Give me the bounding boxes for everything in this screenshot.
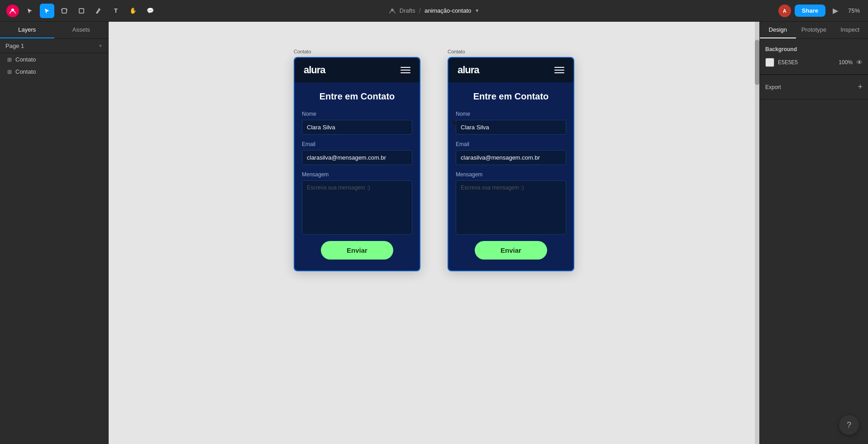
help-button[interactable]: ? <box>839 415 859 435</box>
frame-2-title: Entre em Contato <box>456 91 566 102</box>
toolbar: T ✋ 💬 Drafts / animação-contato ▼ A Shar… <box>0 0 868 22</box>
scrollbar-thumb[interactable] <box>755 40 759 85</box>
text-tool-icon: T <box>114 7 118 14</box>
text-tool[interactable]: T <box>109 4 123 18</box>
frame-1-message-group: Mensagem Escreva sua mensagem :) <box>302 171 412 235</box>
frame-1-wrapper: Contato alura Entre em Contato Nome <box>294 49 420 271</box>
layer-item-1[interactable]: ⊞ Contato <box>0 53 108 66</box>
frame-2-wrapper: Contato alura Entre em Contato Nome <box>448 49 574 271</box>
tab-inspect[interactable]: Inspect <box>832 22 868 38</box>
background-opacity: 100% <box>839 59 853 66</box>
workspace-avatar <box>6 5 19 17</box>
background-row: E5E5E5 100% 👁 <box>765 58 863 67</box>
frame-1-email-label: Email <box>302 141 412 147</box>
frame-tool[interactable] <box>57 4 72 18</box>
tab-prototype[interactable]: Prototype <box>796 22 832 38</box>
frame-2-message-placeholder: Escreva sua mensagem :) <box>461 184 524 191</box>
move-tool[interactable] <box>40 4 54 18</box>
shape-tool[interactable] <box>74 4 89 18</box>
frame-1-nome-label: Nome <box>302 111 412 117</box>
left-sidebar: Layers Assets Page 1 ▼ ⊞ Contato ⊞ Conta… <box>0 22 109 444</box>
pen-tool[interactable] <box>91 4 106 18</box>
hand-tool[interactable]: ✋ <box>126 4 140 18</box>
frame-2-label: Contato <box>448 49 465 54</box>
play-button[interactable]: ▶ <box>829 5 842 17</box>
toolbar-left: T ✋ 💬 <box>5 4 157 18</box>
frame-1-menu-icon <box>401 67 410 73</box>
chevron-down-icon: ▼ <box>98 43 103 48</box>
canvas-area[interactable]: Contato alura Entre em Contato Nome <box>109 22 759 444</box>
frame-1-nav: alura <box>295 58 420 82</box>
frame-1: alura Entre em Contato Nome Clara Silva <box>294 57 420 271</box>
frame-1-logo: alura <box>304 64 325 76</box>
scrollbar-track[interactable] <box>755 22 759 444</box>
workspace-label: Drafts <box>400 7 415 14</box>
frame-1-email-input[interactable]: clarasilva@mensagem.com.br <box>302 150 412 165</box>
page-label: Page 1 <box>5 43 24 49</box>
frame-2-submit-button[interactable]: Enviar <box>475 241 547 260</box>
frame-2-body: Entre em Contato Nome Clara Silva Email … <box>448 82 573 270</box>
main-area: Layers Assets Page 1 ▼ ⊞ Contato ⊞ Conta… <box>0 22 868 444</box>
frame-2-message-label: Mensagem <box>456 171 566 178</box>
svg-rect-4 <box>79 9 84 13</box>
frame-1-email-group: Email clarasilva@mensagem.com.br <box>302 141 412 165</box>
breadcrumb-separator: / <box>419 7 420 15</box>
visibility-toggle-icon[interactable]: 👁 <box>856 59 863 66</box>
menu-button[interactable] <box>5 4 20 18</box>
frame-2-email-input[interactable]: clarasilva@mensagem.com.br <box>456 150 566 165</box>
frame-1-message-label: Mensagem <box>302 171 412 178</box>
background-color-swatch[interactable] <box>765 58 774 67</box>
tab-design[interactable]: Design <box>760 22 796 38</box>
svg-rect-1 <box>62 9 67 13</box>
tab-assets[interactable]: Assets <box>54 22 109 38</box>
export-row: Export + <box>765 82 863 92</box>
chevron-down-icon: ▼ <box>475 8 479 13</box>
frame-1-message-textarea[interactable]: Escreva sua mensagem :) <box>302 180 412 235</box>
frame-2-nav: alura <box>448 58 573 82</box>
layer-frame-icon-2: ⊞ <box>7 69 12 75</box>
select-tool[interactable] <box>23 4 37 18</box>
add-export-button[interactable]: + <box>858 82 863 92</box>
export-label: Export <box>765 84 781 90</box>
right-panel: Design Prototype Inspect Background E5E5… <box>759 22 868 444</box>
frame-2: alura Entre em Contato Nome Clara Silva <box>448 57 574 271</box>
comment-tool-icon: 💬 <box>147 7 154 14</box>
frame-1-message-placeholder: Escreva sua mensagem :) <box>307 184 370 191</box>
frame-2-nome-group: Nome Clara Silva <box>456 111 566 135</box>
frame-1-label: Contato <box>294 49 311 54</box>
sidebar-tab-bar: Layers Assets <box>0 22 108 39</box>
page-selector[interactable]: Page 1 ▼ <box>0 39 108 53</box>
layer-item-2[interactable]: ⊞ Contato <box>0 66 108 78</box>
frame-1-title: Entre em Contato <box>302 91 412 102</box>
frame-2-message-textarea[interactable]: Escreva sua mensagem :) <box>456 180 566 235</box>
frame-1-submit-button[interactable]: Enviar <box>321 241 393 260</box>
frame-2-message-group: Mensagem Escreva sua mensagem :) <box>456 171 566 235</box>
layer-label-1: Contato <box>15 56 36 63</box>
frame-1-nome-input[interactable]: Clara Silva <box>302 120 412 135</box>
zoom-level: 75% <box>845 5 863 16</box>
tab-layers[interactable]: Layers <box>0 22 54 38</box>
background-section: Background E5E5E5 100% 👁 <box>760 39 868 75</box>
user-icon <box>389 7 396 14</box>
layer-label-2: Contato <box>15 68 36 75</box>
frame-2-nome-label: Nome <box>456 111 566 117</box>
canvas-content: Contato alura Entre em Contato Nome <box>294 40 574 271</box>
frame-2-nome-input[interactable]: Clara Silva <box>456 120 566 135</box>
share-button[interactable]: Share <box>795 5 825 17</box>
frame-1-nome-group: Nome Clara Silva <box>302 111 412 135</box>
user-avatar: A <box>778 5 791 17</box>
frame-2-email-group: Email clarasilva@mensagem.com.br <box>456 141 566 165</box>
comment-tool[interactable]: 💬 <box>143 4 157 18</box>
layer-frame-icon-1: ⊞ <box>7 57 12 63</box>
background-title: Background <box>765 46 863 52</box>
project-name: animação-contato <box>424 7 471 14</box>
background-hex: E5E5E5 <box>778 59 798 66</box>
cursor-icon <box>453 120 458 128</box>
frame-2-menu-icon <box>554 67 564 73</box>
export-section: Export + <box>760 75 868 99</box>
frame-2-email-label: Email <box>456 141 566 147</box>
frame-2-logo: alura <box>458 64 479 76</box>
frame-1-body: Entre em Contato Nome Clara Silva Email … <box>295 82 420 270</box>
breadcrumb: Drafts / animação-contato ▼ <box>389 7 479 15</box>
toolbar-right: A Share ▶ 75% <box>778 5 863 17</box>
